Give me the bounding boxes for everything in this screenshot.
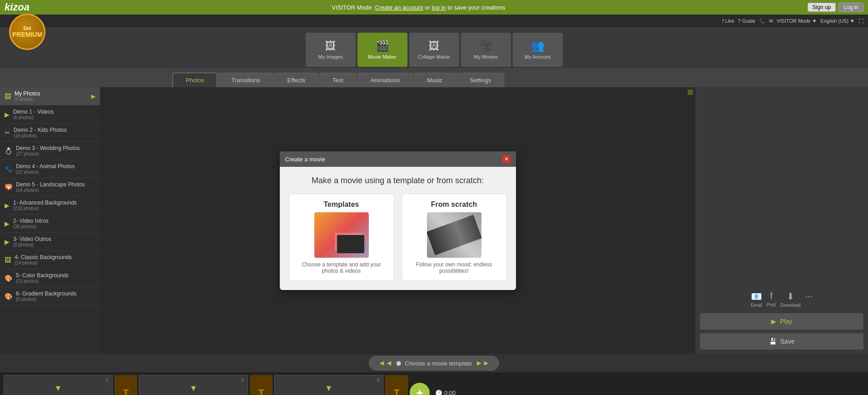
sidebar-item-demo3[interactable]: 💍 Demo 3 - Wedding Photos (27 photos) [0, 142, 100, 160]
play-icon: ▶ [771, 318, 776, 325]
demo3-sub: (27 photos) [16, 151, 95, 156]
action-icons: 📧 Email f Post ⬇ Download ··· [751, 291, 813, 308]
tab-photos[interactable]: Photos [173, 73, 217, 87]
from-scratch-preview-image [427, 212, 481, 258]
timeline-clock: 🕐0:00 [435, 390, 456, 395]
classic-bg-sub: (14 photos) [15, 260, 95, 265]
my-photos-sub: (0 photo) [15, 97, 88, 102]
gradient-bg-label: 6- Gradient Backgrounds [16, 290, 95, 297]
modal-heading: Make a movie using a template or from sc… [289, 176, 507, 185]
nav-my-images-button[interactable]: 🖼My Images [306, 33, 356, 67]
tab-transitions[interactable]: Transitions [218, 73, 273, 87]
guide-icon: ? [738, 18, 741, 24]
tab-effects[interactable]: Effects [274, 73, 319, 87]
sidebar-item-my-photos[interactable]: 🖼 My Photos (0 photo) ▶ [0, 87, 100, 105]
sidebar-item-adv-bg[interactable]: ▶ 1- Advanced Backgrounds (232 photos) [0, 196, 100, 215]
guide-link[interactable]: ? Guide [738, 18, 755, 24]
movie-maker-icon: 🎬 [376, 40, 389, 52]
gradient-bg-sub: (0 photos) [16, 297, 95, 302]
more-action[interactable]: ··· [805, 291, 813, 308]
sidebar-item-classic-bg[interactable]: 🖼 4- Classic Backgrounds (14 photos) [0, 251, 100, 269]
my-photos-icon: 🖼 [5, 93, 11, 100]
collage-maker-label: Collage Maker [418, 54, 450, 60]
timeline-cell-3[interactable]: 3 ▼ Drag your photo here [274, 375, 383, 395]
my-account-icon: 👥 [531, 40, 545, 52]
video-outros-icon: ▶ [5, 238, 10, 245]
modal-title-text: Create a movie [285, 156, 325, 163]
nav-collage-maker-button[interactable]: 🖼Collage Maker [409, 33, 459, 67]
text-btn-1[interactable]: T [114, 375, 137, 395]
tab-music[interactable]: Music [414, 73, 456, 87]
my-movies-icon: 🎥 [479, 40, 493, 52]
create-account-link[interactable]: Create an account [375, 4, 423, 11]
premium-label: PREMIUM [12, 31, 42, 38]
play-button[interactable]: ▶ Play [700, 313, 863, 330]
text-btn-2[interactable]: T [250, 375, 273, 395]
or-text: or [425, 4, 430, 11]
from-scratch-option[interactable]: From scratch Follow your own mood: endle… [402, 194, 507, 281]
language-dropdown[interactable]: English (US) ▼ [820, 18, 855, 24]
sidebar-item-demo5[interactable]: 🌄 Demo 5 - Landscape Photos (14 photos) [0, 178, 100, 196]
visitor-mode-dropdown[interactable]: VISITOR Mode ▼ [777, 18, 817, 24]
top-bar: kizoa VISITOR Mode: Create an account or… [0, 0, 868, 15]
sidebar-item-gradient-bg[interactable]: 🎨 6- Gradient Backgrounds (0 photos) [0, 287, 100, 305]
timeline-cell-2[interactable]: 2 ▼ Drag your photo here [139, 375, 248, 395]
sidebar-item-video-intros[interactable]: ▶ 2- Video Intros (36 photos) [0, 215, 100, 233]
signup-button[interactable]: Sign up [808, 3, 836, 12]
color-bg-sub: (13 photos) [16, 279, 95, 284]
contact-icon[interactable]: 📞 [759, 18, 765, 24]
more-icon: ··· [805, 291, 813, 301]
sidebar: 🖼 My Photos (0 photo) ▶ ▶ Demo 1 - Video… [0, 87, 100, 354]
secondary-top-bar: f Like ? Guide 📞 ✉ VISITOR Mode ▼ Englis… [0, 15, 868, 27]
save-suffix: to save your creations [447, 4, 505, 11]
modal-body: Make a movie using a template or from sc… [280, 167, 516, 290]
my-images-label: My Images [318, 54, 343, 60]
drop-arrow-2: ▼ [189, 384, 198, 393]
sidebar-item-video-outros[interactable]: ▶ 3- Video Outros (0 photos) [0, 233, 100, 251]
fullscreen-button[interactable]: ⛶ [858, 18, 863, 24]
clock-icon: 🕐 [435, 390, 442, 395]
sidebar-item-demo1[interactable]: ▶ Demo 1 - Videos (6 photos) [0, 105, 100, 124]
nav-my-account-button[interactable]: 👥My Account [513, 33, 563, 67]
download-action[interactable]: ⬇ Download [780, 291, 800, 308]
templates-preview-image [314, 212, 369, 258]
text-btn-label: T [258, 388, 264, 395]
color-bg-label: 5- Color Backgrounds [16, 272, 95, 279]
video-intros-icon: ▶ [5, 220, 10, 227]
login-button[interactable]: Log in [838, 3, 863, 12]
timeline-cell-1[interactable]: 1 ▼ Drag your photo here [4, 375, 113, 395]
demo5-icon: 🌄 [5, 184, 12, 191]
email-icon: 📧 [751, 291, 762, 302]
choose-template-button[interactable]: ◄◄ ⬟ Choose a movie template ►► [369, 356, 500, 370]
visitor-prefix: VISITOR Mode: [332, 4, 373, 11]
nav-movie-maker-button[interactable]: 🎬Movie Maker [357, 33, 407, 67]
adv-bg-icon: ▶ [5, 202, 10, 209]
nav-my-movies-button[interactable]: 🎥My Movies [461, 33, 511, 67]
fb-like[interactable]: f Like [722, 18, 734, 24]
cell-number-1: 1 [106, 377, 109, 383]
modal-overlay: Create a movie ✕ Make a movie using a te… [100, 87, 695, 354]
mail-icon[interactable]: ✉ [769, 18, 773, 24]
tab-text[interactable]: Text [319, 73, 357, 87]
text-btn-label-last: T [394, 388, 399, 395]
tab-settings[interactable]: Settings [456, 73, 504, 87]
email-action[interactable]: 📧 Email [751, 291, 762, 308]
from-scratch-title: From scratch [431, 200, 477, 209]
demo3-icon: 💍 [5, 147, 12, 155]
premium-badge[interactable]: Get PREMIUM [9, 14, 45, 50]
text-btn-last[interactable]: T [385, 375, 408, 395]
tab-animations[interactable]: Animations [357, 73, 413, 87]
fb-icon: f [722, 18, 724, 24]
timeline-add-button[interactable]: + [410, 383, 430, 395]
sidebar-item-color-bg[interactable]: 🎨 5- Color Backgrounds (13 photos) [0, 269, 100, 287]
logo-area: kizoa [5, 1, 30, 13]
sidebar-item-demo4[interactable]: 🐾 Demo 4 - Animal Photos (22 photos) [0, 160, 100, 178]
templates-option[interactable]: Templates Choose a template and add your… [289, 194, 394, 281]
templates-desc: Choose a template and add your photos & … [296, 261, 387, 274]
modal-close-button[interactable]: ✕ [502, 155, 511, 163]
save-button[interactable]: 💾 Save [700, 333, 863, 350]
log-in-link[interactable]: log in [432, 4, 446, 11]
adv-bg-label: 1- Advanced Backgrounds [13, 200, 95, 206]
sidebar-item-demo2[interactable]: ✂ Demo 2 - Kids Photos (16 photos) [0, 124, 100, 142]
post-action[interactable]: f Post [767, 291, 776, 308]
